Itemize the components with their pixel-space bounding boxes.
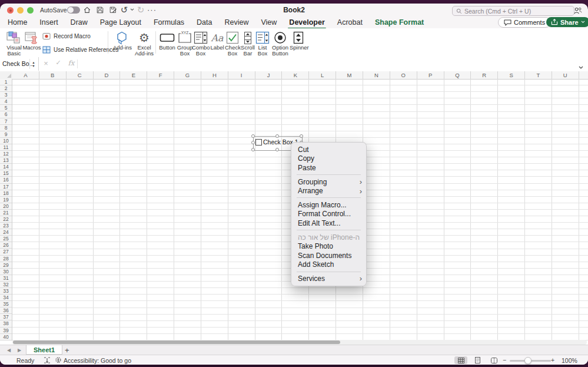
column-header[interactable] bbox=[579, 71, 588, 79]
column-header[interactable]: F bbox=[147, 71, 174, 79]
selection-handle[interactable] bbox=[251, 148, 255, 151]
normal-view-button[interactable] bbox=[454, 356, 467, 364]
context-menu-item-scan-documents[interactable]: Scan Documents bbox=[291, 251, 366, 260]
name-box[interactable]: Check Bo... ▲▼ bbox=[0, 57, 39, 71]
row-header[interactable]: 34 bbox=[0, 295, 12, 301]
zoom-slider-knob[interactable] bbox=[524, 357, 531, 364]
name-box-stepper[interactable]: ▲▼ bbox=[29, 59, 37, 69]
row-header[interactable]: 40 bbox=[0, 334, 12, 340]
column-header[interactable]: E bbox=[120, 71, 147, 79]
row-header[interactable]: 12 bbox=[0, 151, 12, 157]
row-header[interactable]: 19 bbox=[0, 197, 12, 203]
row-header[interactable]: 30 bbox=[0, 269, 12, 275]
tab-page-layout[interactable]: Page Layout bbox=[100, 18, 141, 27]
row-header[interactable]: 35 bbox=[0, 301, 12, 308]
insert-function-icon[interactable]: fx bbox=[67, 59, 76, 68]
column-header[interactable]: T bbox=[525, 71, 552, 79]
column-header[interactable]: S bbox=[498, 71, 525, 79]
column-header[interactable]: O bbox=[390, 71, 417, 79]
context-menu-item-add-sketch[interactable]: Add Sketch bbox=[291, 260, 366, 270]
column-header[interactable]: G bbox=[174, 71, 201, 79]
insert-label-control[interactable]: Aa Label bbox=[210, 31, 225, 51]
record-macro-button[interactable]: Record Macro bbox=[42, 32, 91, 40]
tab-developer[interactable]: Developer bbox=[289, 18, 324, 27]
selection-handle[interactable] bbox=[300, 134, 303, 138]
previous-sheet-icon[interactable]: ◀ bbox=[7, 348, 11, 353]
insert-group-box-control[interactable]: XYZ Group Box bbox=[177, 31, 193, 57]
context-menu-item-edit-alt-text[interactable]: Edit Alt Text... bbox=[291, 219, 366, 228]
row-header[interactable]: 14 bbox=[0, 164, 12, 170]
column-header[interactable]: K bbox=[282, 71, 309, 79]
row-header[interactable]: 8 bbox=[0, 125, 12, 131]
context-menu-item-arrange[interactable]: Arrange› bbox=[291, 186, 366, 196]
row-header[interactable]: 4 bbox=[0, 98, 12, 105]
column-header[interactable]: H bbox=[201, 71, 228, 79]
cancel-entry-icon[interactable]: × bbox=[41, 59, 51, 68]
row-header[interactable]: 16 bbox=[0, 177, 12, 183]
insert-spinner-control[interactable]: Spinner bbox=[290, 31, 307, 51]
row-header[interactable]: 26 bbox=[0, 242, 12, 249]
expand-formula-bar-icon[interactable] bbox=[579, 61, 583, 72]
column-header[interactable]: R bbox=[471, 71, 498, 79]
next-sheet-icon[interactable]: ▶ bbox=[18, 348, 21, 353]
row-header[interactable]: 33 bbox=[0, 288, 12, 295]
row-header[interactable]: 5 bbox=[0, 105, 12, 111]
row-header[interactable]: 28 bbox=[0, 256, 12, 262]
context-menu-item-grouping[interactable]: Grouping› bbox=[291, 177, 366, 187]
horizontal-scrollbar-thumb[interactable] bbox=[13, 340, 340, 344]
row-header[interactable]: 39 bbox=[0, 328, 12, 334]
row-header[interactable]: 13 bbox=[0, 157, 12, 164]
row-header[interactable]: 27 bbox=[0, 249, 12, 255]
row-header[interactable]: 6 bbox=[0, 111, 12, 118]
select-all-corner[interactable] bbox=[0, 71, 13, 80]
context-menu-item-copy[interactable]: Copy bbox=[291, 154, 366, 164]
selection-handle[interactable] bbox=[275, 134, 279, 138]
checkbox-shape-box[interactable] bbox=[255, 139, 262, 146]
tab-review[interactable]: Review bbox=[224, 18, 248, 27]
row-header[interactable]: 3 bbox=[0, 92, 12, 98]
search-input[interactable]: Search (Cmd + Ctrl + U) bbox=[452, 6, 574, 16]
excel-add-ins-button[interactable]: ⚙ Excel Add-ins bbox=[133, 31, 155, 57]
sheet-tab-sheet1[interactable]: Sheet1 bbox=[26, 345, 62, 355]
selection-handle[interactable] bbox=[251, 141, 255, 144]
zoom-in-button[interactable]: + bbox=[551, 356, 554, 363]
tab-home[interactable]: Home bbox=[8, 18, 27, 27]
row-header[interactable]: 25 bbox=[0, 236, 12, 242]
column-header[interactable]: U bbox=[552, 71, 579, 79]
column-header[interactable]: P bbox=[417, 71, 444, 79]
row-header[interactable]: 21 bbox=[0, 210, 12, 216]
row-header[interactable]: 36 bbox=[0, 308, 12, 314]
row-header[interactable]: 11 bbox=[0, 144, 12, 151]
row-header[interactable]: 9 bbox=[0, 131, 12, 138]
macros-button[interactable]: Macros bbox=[22, 31, 41, 51]
insert-button-control[interactable]: Button bbox=[158, 31, 177, 51]
row-header[interactable]: 15 bbox=[0, 170, 12, 177]
tab-formulas[interactable]: Formulas bbox=[154, 18, 184, 27]
zoom-out-button[interactable]: − bbox=[503, 356, 506, 363]
add-sheet-button[interactable]: + bbox=[65, 346, 69, 355]
column-header[interactable]: D bbox=[94, 71, 121, 79]
share-button[interactable]: Share bbox=[546, 17, 588, 27]
column-header[interactable]: M bbox=[336, 71, 363, 79]
row-header[interactable]: 20 bbox=[0, 203, 12, 210]
row-header[interactable]: 2 bbox=[0, 85, 12, 92]
comments-button[interactable]: Comments bbox=[498, 17, 551, 28]
row-header[interactable]: 24 bbox=[0, 229, 12, 236]
add-ins-button[interactable]: Add-ins bbox=[112, 31, 133, 51]
column-header[interactable]: N bbox=[363, 71, 390, 79]
tab-acrobat[interactable]: Acrobat bbox=[337, 18, 363, 27]
context-menu-item-assign-macro[interactable]: Assign Macro... bbox=[291, 200, 366, 210]
row-header[interactable]: 18 bbox=[0, 190, 12, 197]
page-break-view-button[interactable] bbox=[487, 356, 500, 364]
row-header[interactable]: 32 bbox=[0, 282, 12, 288]
insert-list-box-control[interactable]: List Box bbox=[255, 31, 270, 57]
row-header[interactable]: 1 bbox=[0, 79, 12, 85]
context-menu-item-format-control[interactable]: Format Control... bbox=[291, 210, 366, 219]
selection-handle[interactable] bbox=[275, 148, 279, 151]
row-header[interactable]: 29 bbox=[0, 262, 12, 269]
insert-check-box-control[interactable]: Check Box bbox=[225, 31, 240, 57]
column-header[interactable]: Q bbox=[444, 71, 471, 79]
selection-handle[interactable] bbox=[251, 134, 255, 138]
column-header[interactable]: L bbox=[309, 71, 336, 79]
row-header[interactable]: 37 bbox=[0, 314, 12, 320]
